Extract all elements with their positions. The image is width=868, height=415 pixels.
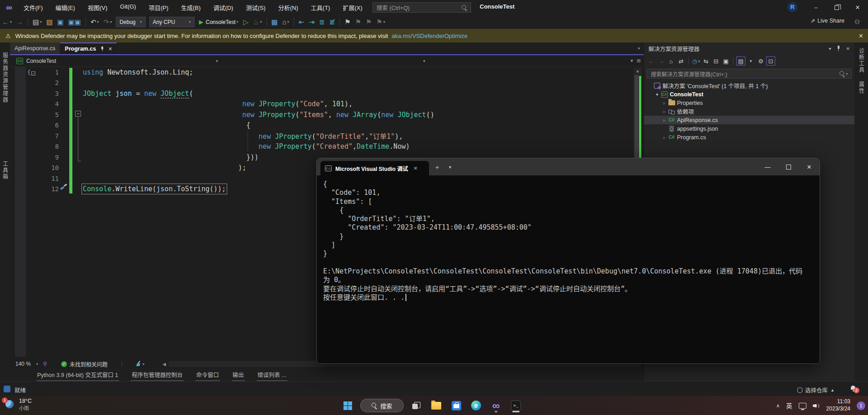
document-tab-ApiResponse.cs[interactable]: ApiResponse.cs [10,42,60,54]
navigate-back-icon[interactable]: ←▾ [0,17,14,27]
menu-item-4[interactable]: 项目(P) [143,1,174,14]
save-icon[interactable]: ▣ [55,17,66,27]
panel-close-icon[interactable]: ✕ [846,46,850,51]
code-line-4[interactable]: 4 new JProperty("Code", 101), [10,99,633,110]
scrollbar-up-icon[interactable]: ▲ [634,69,642,73]
taskbar-clock[interactable]: 11:03 2023/3/24 [826,398,850,412]
document-tab-Program.cs[interactable]: Program.cs✕ [60,42,117,54]
network-icon[interactable] [799,403,806,409]
code-line-1[interactable]: 1using Newtonsoft.Json.Linq; [10,67,633,78]
ime-indicator[interactable]: 英 [786,401,792,410]
tree-item-Program.cs[interactable]: ▹C#Program.cs [644,133,854,141]
console-minimize-button[interactable]: — [757,158,778,175]
document-health-indicator[interactable]: ✓ 未找到相关问题 [61,360,108,368]
code-line-2[interactable]: 2 [10,78,633,89]
code-cleanup-icon[interactable] [135,361,142,367]
taskbar-search[interactable]: 搜索 [360,399,404,412]
se-sync-active-document-icon[interactable]: ⇄ [677,57,686,66]
split-window-icon[interactable]: ⊞ [637,58,641,64]
navigate-forward-icon[interactable]: → [14,17,25,27]
restore-button[interactable] [826,0,847,15]
sidebar-tab-diagnostic-tools[interactable]: 诊断工具 [858,48,865,73]
console-maximize-button[interactable] [778,158,799,175]
bottom-tab-0[interactable]: Python 3.9 (64-bit) 交互式窗口 1 [36,368,119,382]
type-dropdown-icon[interactable]: ▾ [216,59,218,63]
undo-icon[interactable]: ↶▾ [88,17,101,27]
se-refresh-icon[interactable]: ⇆ [701,57,711,66]
sidebar-tab-server-explorer[interactable]: 服务器资源管理器 [1,52,9,103]
expander-icon[interactable]: ▹ [661,101,668,105]
account-avatar[interactable]: R [787,2,797,12]
se-preview-icon[interactable]: ▣ [721,57,730,66]
close-button[interactable]: ✕ [847,0,868,15]
fold-collapse-icon[interactable]: − [75,111,81,117]
tree-item-ApiResponse.cs[interactable]: ▹C#ApiResponse.cs [644,116,854,124]
document-list-dropdown-icon[interactable]: ▾ [638,46,640,51]
debug-console-window[interactable]: C:\ Microsoft Visual Studio 调试 ✕ + ▾ — ✕… [316,158,820,364]
notifications-bell-icon[interactable]: 2 [850,385,856,391]
console-tab[interactable]: C:\ Microsoft Visual Studio 调试 ✕ [320,161,429,175]
open-file-icon[interactable]: ▨ [44,17,55,27]
bottom-tab-4[interactable]: 错误列表 ... [257,368,287,382]
weather-widget[interactable]: 1 18°C 小雨 [5,398,32,411]
sidebar-tab-properties[interactable]: 属性 [858,81,865,94]
microsoft-store-button[interactable] [449,398,463,413]
search-options-icon[interactable]: ▾ [846,72,848,76]
task-view-button[interactable] [409,398,424,413]
volume-icon[interactable] [813,402,820,409]
member-dropdown-icon[interactable]: ▾ [423,59,425,63]
defender-optimize-link[interactable]: aka.ms/VSDefenderOptimize [391,33,467,39]
start-debug-button[interactable]: ▶ ConsoleTest▾ [196,19,241,25]
console-tab-close-icon[interactable]: ✕ [413,165,417,171]
solution-configuration-combo[interactable]: Debug▾ [116,17,145,27]
save-all-icon[interactable]: ▣▣ [66,17,83,27]
new-file-icon[interactable]: ▤▾ [30,17,44,27]
warning-close-icon[interactable]: ✕ [858,33,863,39]
tree-item-依赖项[interactable]: ▹依赖项 [644,107,854,116]
menu-item-6[interactable]: 调试(D) [208,1,238,14]
bottom-tab-2[interactable]: 命令窗口 [196,368,220,382]
panel-dropdown-icon[interactable]: ▾ [829,46,831,51]
expander-icon[interactable]: ▹ [661,135,668,140]
menu-item-2[interactable]: 视图(V) [82,1,113,14]
live-share-button[interactable]: ⇗ Live Share [811,17,844,24]
start-without-debugging-icon[interactable]: ▷ [241,17,251,27]
sidebar-tab-toolbox[interactable]: 工具箱 [1,161,9,180]
se-show-all-files-icon[interactable]: ▤ [736,57,745,66]
zoom-selector[interactable]: 140 %▾ [13,360,41,368]
breadcrumb-project[interactable]: ConsoleTest [26,58,56,64]
menu-item-8[interactable]: 分析(N) [273,1,304,14]
minimize-button[interactable]: – [806,0,826,15]
hidden-icons-chevron[interactable]: ∧ [776,403,780,409]
se-collapse-all-icon[interactable]: ⊟ [711,57,720,66]
solution-search-box[interactable]: 搜索解决方案资源管理器(Ctrl+;) ▾ [647,69,852,79]
console-tab-dropdown-icon[interactable]: ▾ [449,165,451,170]
se-show-all-dropdown-icon[interactable]: ▾ [746,57,755,66]
indent-increase-icon[interactable]: ⇥ [306,17,317,27]
indent-decrease-icon[interactable]: ⇤ [296,17,307,27]
quick-search-box[interactable]: 搜索 (Ctrl+Q) [372,2,471,13]
menu-item-10[interactable]: 扩展(X) [337,1,367,14]
uncomment-icon[interactable]: ≣̸ [327,17,338,27]
file-explorer-button[interactable] [429,398,444,413]
split-dropdown-icon[interactable]: ▾ [630,58,633,64]
tree-item-Properties[interactable]: ▹Properties [644,99,854,107]
comment-icon[interactable]: ≣ [317,17,327,27]
se-properties-icon[interactable]: ⚙ [756,57,765,66]
console-output[interactable]: { "Code": 101, "Items": [ { "OrderTitle"… [317,175,820,363]
bottom-tab-1[interactable]: 程序包管理器控制台 [131,368,184,382]
code-line-6[interactable]: 6 { [10,120,633,131]
terminal-button[interactable]: >_ [509,398,523,413]
menu-item-0[interactable]: 文件(F) [18,1,48,14]
menu-item-9[interactable]: 工具(T) [305,1,336,14]
tree-item-appsettings.json[interactable]: {}appsettings.json [644,124,854,133]
bookmark-icon[interactable]: ⚑ [342,17,353,27]
tree-item-解决方案 'ConsoleTest' (1 个项目, 共 1 个)[interactable]: 解决方案 'ConsoleTest' (1 个项目, 共 1 个) [644,81,854,90]
menu-item-3[interactable]: Git(G) [114,1,141,14]
expander-icon[interactable]: ▹ [661,109,668,114]
close-tab-icon[interactable]: ✕ [108,46,112,52]
solution-platform-combo[interactable]: Any CPU▾ [149,17,195,27]
menu-item-1[interactable]: 编辑(E) [50,1,81,14]
add-user-icon[interactable]: ⚇ [854,19,860,25]
tree-item-ConsoleTest[interactable]: ▾C#ConsoleTest [644,90,854,99]
